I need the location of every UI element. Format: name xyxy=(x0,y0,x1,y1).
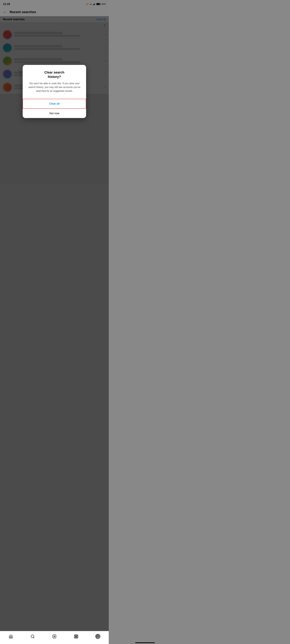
modal-title: Clear searchhistory? xyxy=(27,70,82,79)
clear-history-modal: Clear searchhistory? You won't be able t… xyxy=(23,65,86,118)
modal-body: Clear searchhistory? You won't be able t… xyxy=(23,65,86,99)
clear-all-confirm-button[interactable]: Clear all xyxy=(23,99,86,109)
not-now-button[interactable]: Not now xyxy=(23,109,86,118)
page-wrapper: 11:19 🔑 92% ← Recent searches Recent sea… xyxy=(0,0,109,214)
modal-description: You won't be able to undo this. If you c… xyxy=(27,82,82,93)
